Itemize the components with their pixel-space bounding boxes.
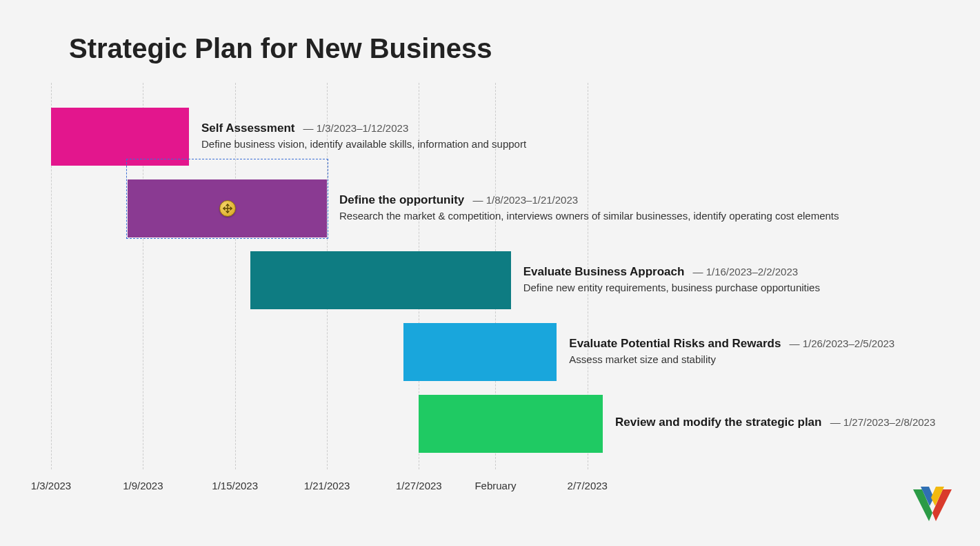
gantt-bar-label: Evaluate Potential Risks and Rewards — 1… [569,337,894,365]
gantt-bar-description: Research the market & competition, inter… [339,210,839,222]
gantt-bar-label: Review and modify the strategic plan — 1… [615,416,935,429]
gantt-bar-label: Evaluate Business Approach — 1/16/2023–2… [523,265,820,293]
gantt-bar-title: Review and modify the strategic plan [615,416,821,429]
gantt-bar-dates: — 1/3/2023–1/12/2023 [300,122,408,134]
gantt-bar[interactable] [51,108,189,166]
page-title: Strategic Plan for New Business [69,33,492,64]
axis-tick-label: 1/21/2023 [304,480,350,491]
gantt-bar-dates: — 1/26/2023–2/5/2023 [786,338,894,349]
gantt-bar-dates: — 1/16/2023–2/2/2023 [690,266,798,277]
axis-tick-label: 1/9/2023 [123,480,163,491]
gantt-bar-description: Define business vision, identify availab… [201,138,526,150]
gantt-bar-label: Self Assessment — 1/3/2023–1/12/2023Defi… [201,121,526,150]
axis-tick-label: 2/7/2023 [568,480,608,491]
gantt-bar[interactable] [128,179,327,237]
gantt-bar[interactable] [419,395,603,453]
gantt-bar-title: Evaluate Business Approach [523,265,685,278]
gantt-bar[interactable] [403,323,557,381]
gantt-bar-dates: — 1/27/2023–2/8/2023 [827,416,935,428]
brand-logo [911,485,954,525]
axis-tick-label: 1/3/2023 [31,480,71,491]
gantt-bar-dates: — 1/8/2023–1/21/2023 [470,194,578,206]
gantt-chart[interactable]: 1/3/20231/9/20231/15/20231/21/20231/27/2… [51,83,603,469]
gantt-bar-description: Assess market size and stability [569,353,894,365]
gantt-bar-title: Self Assessment [201,121,294,135]
axis-tick-label: 1/27/2023 [396,480,442,491]
gantt-bar-label: Define the opportunity — 1/8/2023–1/21/2… [339,193,839,222]
axis-tick-label: February [474,480,516,491]
gantt-bar[interactable] [250,251,511,309]
gantt-bar-title: Define the opportunity [339,193,464,206]
gantt-bar-description: Define new entity requirements, business… [523,282,820,293]
axis-tick-label: 1/15/2023 [212,480,258,491]
gantt-bar-title: Evaluate Potential Risks and Rewards [569,337,781,350]
